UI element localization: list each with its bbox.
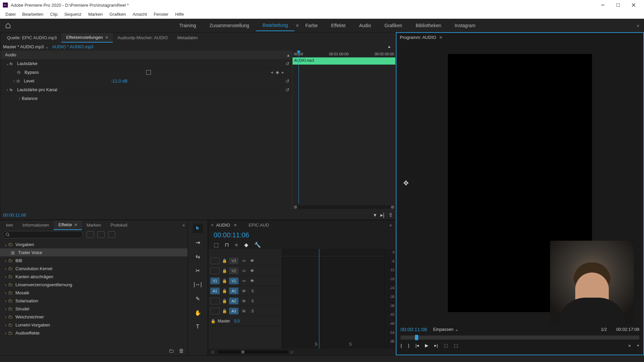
sequence-tab[interactable]: AUDIO — [216, 223, 230, 228]
ws-training[interactable]: Training — [173, 20, 203, 31]
mini-play-icon[interactable]: ▸ — [388, 44, 391, 49]
reset-icon[interactable]: ↺ — [285, 61, 289, 66]
tab-audio-mixer[interactable]: Audioclip-Mischer: AUDIO — [113, 33, 172, 42]
seq-close-icon[interactable]: × — [211, 223, 214, 228]
minimize-button[interactable] — [595, 0, 610, 10]
stopwatch-icon[interactable]: ◷ — [17, 70, 23, 74]
settings-icon[interactable]: 🔧 — [254, 242, 261, 248]
seq-menu-icon[interactable]: ≡ — [234, 223, 237, 228]
tree-kanten[interactable]: ›🗀Kanten abschrägen — [0, 273, 187, 281]
program-zoom[interactable]: 1/2 — [601, 327, 607, 332]
fx-clip-link[interactable]: AUDIO * AUDIO.mp3 — [52, 44, 93, 49]
tab-effect-settings[interactable]: Effekteinstellungen ≡ — [61, 33, 113, 43]
tree-vorgaben[interactable]: ⌄🗀Vorgaben — [0, 240, 187, 248]
program-playhead[interactable] — [415, 335, 418, 340]
tab-markers[interactable]: Marken — [82, 221, 106, 230]
track-v2[interactable]: 🔒V2 ▭👁 — [208, 266, 282, 276]
ws-menu-icon[interactable]: ≡ — [296, 23, 299, 28]
tab-info[interactable]: Informationen — [18, 221, 54, 230]
tree-trailer-voice[interactable]: ▦Trailer Voice — [0, 248, 187, 256]
snap-icon[interactable]: ⊓ — [225, 242, 229, 248]
menu-marken[interactable]: Marken — [85, 11, 106, 18]
mark-in-icon[interactable]: { — [400, 343, 402, 348]
pen-tool[interactable]: ✎ — [193, 294, 203, 303]
program-fit-dropdown[interactable]: Einpassen ⌄ — [433, 327, 458, 332]
ws-graphics[interactable]: Grafiken — [378, 20, 409, 31]
sequence-tab-2[interactable]: EPIC AUD — [249, 223, 269, 228]
fx-audio-header[interactable]: Audio ▴ — [0, 51, 292, 59]
tree-solarisation[interactable]: ›🗀Solarisation — [0, 297, 187, 305]
fx-balance-row[interactable]: › Balance — [0, 94, 292, 103]
menu-ansicht[interactable]: Ansicht — [129, 11, 150, 18]
fx-type-2-icon[interactable] — [97, 231, 105, 238]
linked-icon[interactable]: ⟐ — [235, 242, 238, 248]
reset-icon[interactable]: ↺ — [285, 78, 289, 84]
fx-channel-row[interactable]: › fx Lautstärke pro Kanal ↺ — [0, 85, 292, 94]
ws-color[interactable]: Farbe — [299, 20, 325, 31]
ws-instagram[interactable]: Instagram — [448, 20, 482, 31]
extract-icon[interactable]: ⬚ — [454, 343, 458, 348]
tab-effects[interactable]: Effekte ≡ — [54, 220, 82, 230]
tree-weichzeichner[interactable]: ›🗀Weichzeichner — [0, 313, 187, 321]
export-icon[interactable]: ⇪ — [388, 212, 393, 218]
twirl-icon[interactable]: › — [12, 78, 16, 83]
fx-badge-icon[interactable]: fx — [10, 62, 16, 66]
marker-icon[interactable]: ◆ — [244, 242, 248, 248]
menu-datei[interactable]: Datei — [2, 11, 19, 18]
slip-tool[interactable]: |↔| — [193, 280, 203, 289]
ws-effects[interactable]: Effekte — [324, 20, 352, 31]
razor-tool[interactable]: ✂ — [193, 266, 203, 275]
tree-bib[interactable]: ›🗀BiB — [0, 256, 187, 264]
track-v3[interactable]: 🔒V3 ▭👁 — [208, 256, 282, 266]
mini-zoom-bar[interactable] — [294, 205, 394, 209]
zoom-in-icon[interactable]: ○ — [290, 349, 293, 355]
program-menu-icon[interactable]: ≡ — [439, 35, 442, 40]
fx-type-3-icon[interactable] — [108, 231, 115, 238]
fx-type-1-icon[interactable] — [87, 231, 94, 238]
hand-tool[interactable]: ✋ — [193, 308, 203, 317]
twirl-icon[interactable]: › — [5, 87, 10, 92]
menu-sequenz[interactable]: Sequenz — [61, 11, 85, 18]
fx-volume-row[interactable]: ⌄ fx Lautstärke ↺ — [0, 59, 292, 68]
twirl-icon[interactable]: › — [17, 96, 22, 101]
tl-overflow-icon[interactable]: » — [388, 221, 393, 229]
level-value[interactable]: -12,0 dB — [111, 78, 178, 83]
menu-clip[interactable]: Clip — [47, 11, 61, 18]
step-fwd-icon[interactable]: ▸| — [434, 343, 438, 348]
timeline-playhead[interactable] — [319, 249, 319, 349]
effects-search-input[interactable] — [3, 231, 83, 238]
tab-history[interactable]: Protokoll — [106, 221, 132, 230]
menu-bearbeiten[interactable]: Bearbeiten — [19, 11, 47, 18]
track-a1[interactable]: A1🔒A1 MS — [208, 286, 282, 296]
menu-fenster[interactable]: Fenster — [150, 11, 172, 18]
btn-overflow-icon[interactable]: » — [628, 343, 631, 348]
ws-audio[interactable]: Audio — [352, 20, 378, 31]
home-button[interactable] — [3, 21, 13, 30]
tree-convolution[interactable]: ›🗀Convolution Kernel — [0, 264, 187, 273]
play-icon[interactable]: ▶ — [425, 343, 428, 348]
tree-mosaik[interactable]: ›🗀Mosaik — [0, 289, 187, 297]
menu-grafiken[interactable]: Grafiken — [106, 11, 129, 18]
fx-level-row[interactable]: › ◷ Level -12,0 dB ↺ — [0, 77, 292, 85]
stopwatch-icon[interactable]: ◷ — [16, 79, 22, 83]
tab-media[interactable]: ken — [1, 221, 18, 230]
twirl-icon[interactable]: ⌄ — [5, 61, 10, 66]
zoom-out-icon[interactable]: ○ — [211, 349, 214, 355]
mark-out-icon[interactable]: } — [408, 343, 409, 348]
prev-keyframe-icon[interactable]: ◂ — [271, 70, 273, 75]
reset-icon[interactable]: ↺ — [285, 87, 289, 93]
insert-icon[interactable]: ⬚ — [214, 242, 219, 248]
close-button[interactable] — [626, 0, 641, 10]
track-select-tool[interactable]: ⇥ — [193, 238, 203, 247]
tree-lumetri[interactable]: ›🗀Lumetri-Vorgaben — [0, 321, 187, 329]
collapse-icon[interactable]: ▴ — [287, 52, 289, 58]
ws-assembly[interactable]: Zusammenstellung — [203, 20, 256, 31]
program-viewport[interactable]: ✥ — [396, 42, 643, 324]
fx-bypass-row[interactable]: ◷ Bypass ◂ ◆ ▸ — [0, 68, 292, 77]
track-a3[interactable]: 🔒A3 MS — [208, 306, 282, 316]
track-a2[interactable]: 🔒A2 MS — [208, 296, 282, 306]
add-keyframe-icon[interactable]: ◆ — [276, 70, 279, 75]
fxb-overflow-icon[interactable]: » — [181, 221, 186, 229]
new-bin-icon[interactable]: 🗀 — [169, 348, 174, 354]
mini-playhead[interactable] — [299, 51, 299, 203]
